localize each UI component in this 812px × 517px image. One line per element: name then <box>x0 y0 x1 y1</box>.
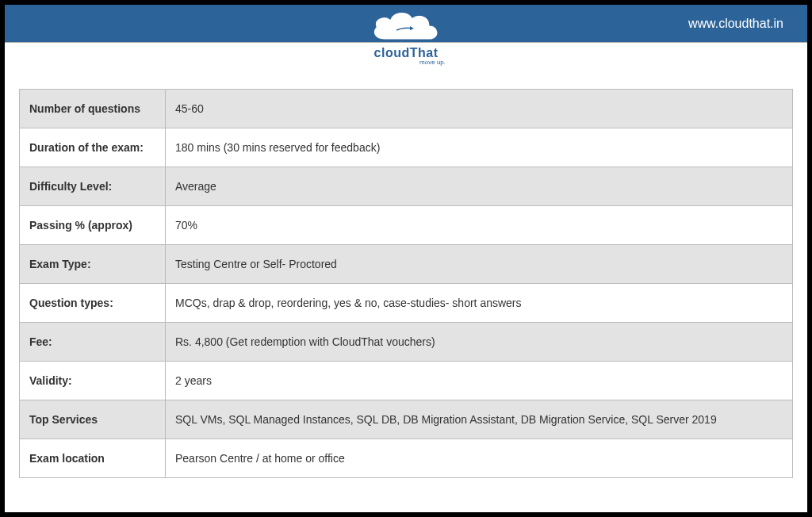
table-row: Duration of the exam:180 mins (30 mins r… <box>20 128 793 167</box>
brand-logo: cloudThat move up. <box>366 6 446 66</box>
row-value: 70% <box>166 206 793 245</box>
row-value: 180 mins (30 mins reserved for feedback) <box>166 128 793 167</box>
row-label: Exam Type: <box>20 245 166 284</box>
row-value: SQL VMs, SQL Managed Instances, SQL DB, … <box>166 400 793 439</box>
table-row: Fee:Rs. 4,800 (Get redemption with Cloud… <box>20 323 793 362</box>
content-area: Number of questions45-60Duration of the … <box>5 43 807 512</box>
row-label: Validity: <box>20 362 166 400</box>
row-label: Number of questions <box>20 90 166 128</box>
table-row: Top ServicesSQL VMs, SQL Managed Instanc… <box>20 400 793 439</box>
row-label: Question types: <box>20 284 166 323</box>
row-value: Testing Centre or Self- Proctored <box>166 245 793 284</box>
table-row: Exam locationPearson Centre / at home or… <box>20 439 793 478</box>
table-row: Passing % (approx)70% <box>20 206 793 245</box>
row-value: Pearson Centre / at home or office <box>166 439 793 478</box>
website-url: www.cloudthat.in <box>688 17 783 31</box>
row-label: Exam location <box>20 439 166 478</box>
row-value: MCQs, drap & drop, reordering, yes & no,… <box>166 284 793 323</box>
table-row: Number of questions45-60 <box>20 90 793 128</box>
document-frame: www.cloudthat.in cloudThat move up. Numb… <box>0 0 812 517</box>
exam-info-table: Number of questions45-60Duration of the … <box>19 89 793 478</box>
row-label: Passing % (approx) <box>20 206 166 245</box>
table-row: Difficulty Level:Average <box>20 167 793 206</box>
row-label: Top Services <box>20 400 166 439</box>
row-value: Rs. 4,800 (Get redemption with CloudThat… <box>166 323 793 362</box>
row-value: Average <box>166 167 793 206</box>
row-label: Difficulty Level: <box>20 167 166 206</box>
row-value: 45-60 <box>166 90 793 128</box>
cloud-icon <box>366 6 446 51</box>
row-label: Duration of the exam: <box>20 128 166 167</box>
row-label: Fee: <box>20 323 166 362</box>
table-row: Validity:2 years <box>20 362 793 400</box>
table-row: Question types:MCQs, drap & drop, reorde… <box>20 284 793 323</box>
table-row: Exam Type:Testing Centre or Self- Procto… <box>20 245 793 284</box>
brand-tagline: move up. <box>366 59 446 66</box>
row-value: 2 years <box>166 362 793 400</box>
